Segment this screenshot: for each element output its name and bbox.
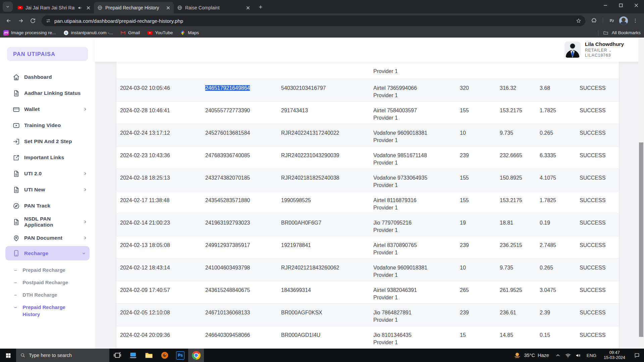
ref-id-cell: RJR2402241317240022 bbox=[277, 124, 370, 146]
gmail-icon bbox=[120, 30, 126, 36]
table-row[interactable]: 2024-02-14 21:00:23241963192793023BR000A… bbox=[116, 214, 619, 236]
wifi-icon[interactable] bbox=[564, 353, 573, 358]
submenu-item-postpaid-recharge[interactable]: –Postpaid Recharge bbox=[0, 276, 95, 289]
extensions-icon[interactable] bbox=[589, 15, 599, 26]
tray-expand-icon[interactable] bbox=[554, 353, 562, 358]
sidebar-item-uti-2-0[interactable]: UTI 2.0 bbox=[0, 166, 95, 182]
table-row[interactable]: 2024-02-05 12:10:08246710136068133BR000A… bbox=[116, 304, 619, 326]
sidebar-item-pan-track[interactable]: PAN Track bbox=[0, 198, 95, 214]
language-indicator[interactable]: ENG bbox=[584, 353, 599, 358]
action-center-icon[interactable] bbox=[630, 352, 644, 358]
bookmark-item[interactable]: JPGImage processing re... bbox=[3, 30, 56, 36]
close-window-button[interactable] bbox=[629, 0, 644, 11]
sidebar-item-aadhar-linking-status[interactable]: Aadhar Linking Status bbox=[0, 85, 95, 101]
bookmark-item[interactable]: YouTube bbox=[147, 30, 173, 36]
globe-favicon bbox=[97, 5, 103, 10]
maximize-button[interactable] bbox=[613, 0, 629, 11]
taskbar-app-photoshop[interactable]: Ps bbox=[172, 349, 188, 362]
browser-tab[interactable]: Prepaid Recharge History bbox=[94, 2, 174, 13]
user-menu[interactable]: Lila Chowdhury RETAILER ⌄ LILAC18763 bbox=[565, 41, 624, 58]
table-row[interactable]: 2024-02-18 18:25:13243274382070185RJR240… bbox=[116, 169, 619, 191]
table-row[interactable]: 2024-02-24 13:17:12245276013681584RJR240… bbox=[116, 124, 619, 146]
amount-cell: 265 bbox=[456, 281, 496, 303]
table-row[interactable]: 2024-02-17 11:38:48243545283571880199059… bbox=[116, 191, 619, 214]
sidebar-item-pan-document[interactable]: PAN Document bbox=[0, 230, 95, 246]
taskbar-clock[interactable]: 09:47 15-03-2024 bbox=[600, 350, 629, 360]
bookmarks-divider bbox=[598, 30, 598, 36]
taskbar-app-task-view[interactable] bbox=[109, 349, 125, 362]
jpg-icon: JPG bbox=[3, 30, 9, 36]
provider-cell: Airtel 7365994066Provider 1 bbox=[370, 79, 456, 101]
taskbar-app-laptop[interactable] bbox=[125, 349, 141, 362]
sidebar-item-set-pin-and-2-step[interactable]: Set PIN And 2 Step bbox=[0, 133, 95, 149]
txn-id-cell: 249912937385917 bbox=[202, 236, 277, 258]
tab-close-icon[interactable] bbox=[165, 5, 171, 11]
all-bookmarks[interactable]: All Bookmarks bbox=[597, 30, 641, 36]
page-scrollbar[interactable] bbox=[638, 38, 644, 349]
file-icon bbox=[13, 90, 20, 97]
volume-icon[interactable] bbox=[574, 353, 583, 358]
sidebar-item-dashboard[interactable]: Dashboard bbox=[0, 69, 95, 85]
bookmark-item[interactable]: Gmail bbox=[120, 30, 140, 36]
media-controls-icon[interactable] bbox=[606, 15, 617, 26]
table-row[interactable]: 2024-02-13 18:05:08249912937385917192197… bbox=[116, 236, 619, 259]
sidebar-item-training-video[interactable]: Training Video bbox=[0, 117, 95, 133]
status-cell: SUCCESS bbox=[576, 236, 619, 258]
taskbar-app-file-explorer[interactable] bbox=[141, 349, 157, 362]
sidebar-item-nsdl-pan-application[interactable]: NSDL PAN Application bbox=[0, 214, 95, 230]
sidebar-item-wallet[interactable]: Wallet bbox=[0, 101, 95, 117]
sidebar-item-label: Recharge bbox=[24, 250, 77, 256]
scrollbar-thumb[interactable] bbox=[639, 142, 643, 337]
back-button[interactable] bbox=[3, 15, 14, 26]
bookmark-star-icon[interactable] bbox=[576, 18, 581, 23]
brand-badge[interactable]: PAN UTIPAISA bbox=[7, 47, 88, 61]
minimize-button[interactable] bbox=[598, 0, 613, 11]
new-tab-button[interactable] bbox=[256, 2, 266, 12]
table-row[interactable]: 2024-02-09 17:40:57243615248840675184369… bbox=[116, 281, 619, 304]
taskbar-search[interactable]: Type here to search bbox=[16, 349, 109, 362]
browser-tab[interactable]: Jai Jai Ram Jai Shri Ram Do bbox=[14, 2, 94, 13]
address-bar[interactable]: pan.utipaisa.com/dashboard/prepaid-recha… bbox=[42, 15, 585, 26]
tab-close-icon[interactable] bbox=[245, 5, 251, 11]
browser-tab[interactable]: Raise Complaint bbox=[174, 2, 254, 13]
start-button[interactable] bbox=[0, 349, 16, 362]
submenu-item-dth-recharge[interactable]: –DTH Recharge bbox=[0, 289, 95, 301]
commission-cell: 3.68 bbox=[536, 79, 576, 101]
sidebar-item-label: UTI New bbox=[24, 187, 78, 193]
url-text[interactable]: pan.utipaisa.com/dashboard/prepaid-recha… bbox=[54, 18, 573, 24]
tab-audio-icon[interactable] bbox=[77, 5, 83, 10]
date-cell: 2024-02-17 11:38:48 bbox=[116, 191, 202, 214]
google-icon: G bbox=[63, 30, 69, 36]
table-row[interactable]: 2024-03-02 10:05:46246517921649864540302… bbox=[116, 79, 619, 102]
browser-profile-avatar[interactable] bbox=[619, 16, 628, 25]
login-icon bbox=[13, 138, 20, 145]
maps-icon bbox=[180, 30, 185, 36]
browser-menu-icon[interactable] bbox=[630, 15, 641, 26]
tab-search-button[interactable] bbox=[3, 2, 13, 12]
taskbar-app-media-app[interactable] bbox=[157, 349, 172, 362]
site-settings-icon[interactable] bbox=[46, 18, 51, 23]
reload-button[interactable] bbox=[28, 15, 38, 26]
taskbar-weather[interactable]: 35°C Haze bbox=[508, 349, 553, 362]
table-row[interactable]: 2024-02-12 18:43:14241004603493798RJR240… bbox=[116, 259, 619, 281]
taskbar: Type here to search Ps 35°C Haze ENG 09:… bbox=[0, 349, 644, 362]
sidebar-item-recharge[interactable]: Recharge bbox=[5, 246, 90, 260]
chevron-down-icon[interactable]: ⌄ bbox=[609, 49, 612, 52]
bookmark-item[interactable]: Maps bbox=[180, 30, 199, 36]
table-row[interactable]: 2024-02-23 10:43:36247683936740085RJR240… bbox=[116, 146, 619, 169]
sidebar-item-uti-new[interactable]: UTI New bbox=[0, 182, 95, 198]
sidebar-item-important-links[interactable]: Important Links bbox=[0, 149, 95, 166]
submenu-item-prepaid-recharge-history[interactable]: –Prepaid Recharge History bbox=[0, 301, 95, 320]
taskbar-app-chrome[interactable] bbox=[188, 349, 204, 362]
status-cell: SUCCESS bbox=[576, 124, 619, 146]
tab-close-icon[interactable] bbox=[85, 5, 91, 11]
table-row[interactable]: 2024-02-04 20:09:36246640309458066BR000A… bbox=[116, 326, 619, 349]
forward-button[interactable] bbox=[15, 15, 26, 26]
bookmark-item[interactable]: Ginstantpanuti.com -... bbox=[63, 30, 113, 36]
submenu-item-prepaid-recharge[interactable]: –Prepaid Recharge bbox=[0, 264, 95, 276]
browser-tab-strip: Jai Jai Ram Jai Shri Ram DoPrepaid Recha… bbox=[0, 0, 644, 13]
table-row[interactable]: 2024-02-28 10:46:41240555772773390291743… bbox=[116, 102, 619, 124]
amount-cell: 10 bbox=[456, 124, 496, 146]
provider-cell: Airtel 7584003597Provider 1 bbox=[370, 102, 456, 124]
net-amount-cell: 236.61 bbox=[496, 304, 536, 326]
